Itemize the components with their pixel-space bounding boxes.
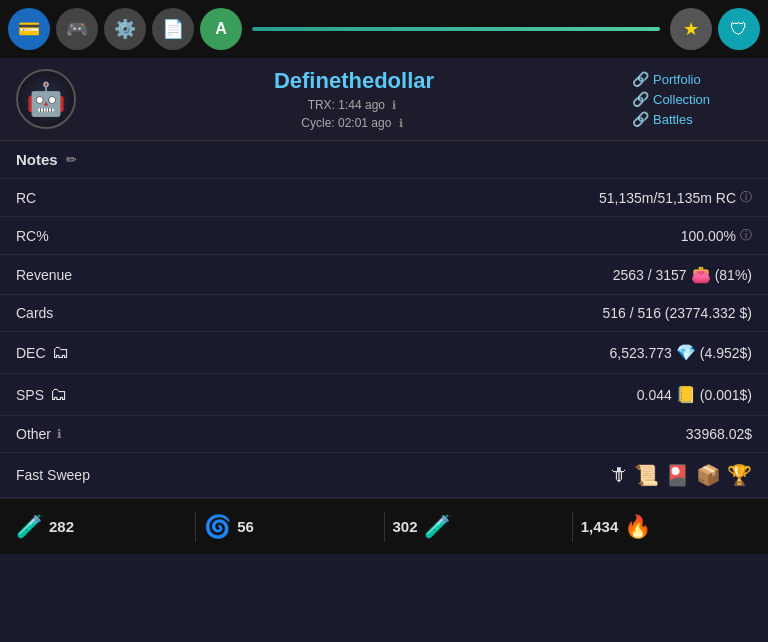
dec-label: DEC 🗂 [16, 342, 70, 363]
revenue-value: 2563 / 3157 👛 (81%) [613, 265, 752, 284]
avatar: 🤖 [16, 69, 76, 129]
bottom-stat-1-value: 282 [49, 518, 74, 535]
other-row: Other ℹ 33968.02$ [0, 416, 768, 453]
portfolio-link-icon: 🔗 [632, 71, 649, 87]
dec-value-text: 6,523.773 [610, 345, 672, 361]
divider-3 [572, 512, 573, 542]
fast-sweep-row: Fast Sweep 🗡 📜 🎴 📦 🏆 [0, 453, 768, 498]
dec-value: 6,523.773 💎 (4.952$) [610, 343, 752, 362]
fast-sweep-label: Fast Sweep [16, 467, 90, 483]
profile-cycle: Cycle: 02:01 ago ℹ [92, 116, 616, 130]
rcpct-help-icon[interactable]: ⓘ [740, 227, 752, 244]
revenue-value-text: 2563 / 3157 [613, 267, 687, 283]
sweep-icon-4[interactable]: 📦 [696, 463, 721, 487]
bottom-stat-3-value: 302 [393, 518, 418, 535]
profile-info: Definethedollar TRX: 1:44 ago ℹ Cycle: 0… [92, 68, 616, 130]
sps-wallet-icon[interactable]: 🗂 [50, 384, 68, 405]
swirl-icon: 🌀 [204, 514, 231, 540]
sps-usd: (0.001$) [700, 387, 752, 403]
collection-link-label: Collection [653, 92, 710, 107]
battles-link-icon: 🔗 [632, 111, 649, 127]
nav-controller-btn[interactable]: 🎮 [56, 8, 98, 50]
rcpct-label: RC% [16, 228, 49, 244]
bottom-stat-3: 302 🧪 [393, 514, 564, 540]
rc-value-text: 51,135m/51,135m RC [599, 190, 736, 206]
divider-1 [195, 512, 196, 542]
potion-blue-icon: 🧪 [16, 514, 43, 540]
dec-usd: (4.952$) [700, 345, 752, 361]
collection-link-icon: 🔗 [632, 91, 649, 107]
avatar-icon: 🤖 [26, 80, 66, 118]
sweep-icon-3[interactable]: 🎴 [665, 463, 690, 487]
battles-link[interactable]: 🔗 Battles [632, 111, 752, 127]
bottom-stat-2-value: 56 [237, 518, 254, 535]
bottom-stat-4-value: 1,434 [581, 518, 619, 535]
main-content: Notes ✏ RC 51,135m/51,135m RC ⓘ RC% 100.… [0, 141, 768, 498]
bottom-stat-2: 🌀 56 [204, 514, 375, 540]
cards-value-text: 516 / 516 (23774.332 $) [603, 305, 752, 321]
bottom-stat-4: 1,434 🔥 [581, 514, 752, 540]
bottom-stat-1: 🧪 282 [16, 514, 187, 540]
trx-info-icon[interactable]: ℹ [392, 99, 396, 111]
profile-links: 🔗 Portfolio 🔗 Collection 🔗 Battles [632, 71, 752, 127]
potion-red-icon: 🧪 [424, 514, 451, 540]
bottom-bar: 🧪 282 🌀 56 302 🧪 1,434 🔥 [0, 498, 768, 554]
sps-label: SPS 🗂 [16, 384, 68, 405]
sweep-icon-1[interactable]: 🗡 [608, 463, 628, 487]
divider-2 [384, 512, 385, 542]
notes-label: Notes [16, 151, 58, 168]
rc-row: RC 51,135m/51,135m RC ⓘ [0, 179, 768, 217]
revenue-pct: (81%) [715, 267, 752, 283]
rc-value: 51,135m/51,135m RC ⓘ [599, 189, 752, 206]
sweep-icon-2[interactable]: 📜 [634, 463, 659, 487]
nav-progress-bar [252, 27, 660, 31]
sweep-icon-5[interactable]: 🏆 [727, 463, 752, 487]
revenue-label: Revenue [16, 267, 72, 283]
profile-trx: TRX: 1:44 ago ℹ [92, 98, 616, 112]
other-info-icon[interactable]: ℹ [57, 427, 62, 441]
rc-label: RC [16, 190, 36, 206]
cycle-info-icon[interactable]: ℹ [399, 117, 403, 129]
dec-wallet-icon[interactable]: 🗂 [52, 342, 70, 363]
rcpct-value: 100.00% ⓘ [681, 227, 752, 244]
sps-token-icon: 📒 [676, 385, 696, 404]
collection-link[interactable]: 🔗 Collection [632, 91, 752, 107]
other-value: 33968.02$ [686, 426, 752, 442]
revenue-row: Revenue 2563 / 3157 👛 (81%) [0, 255, 768, 295]
notes-edit-icon[interactable]: ✏ [66, 152, 77, 167]
other-label: Other ℹ [16, 426, 62, 442]
sps-value: 0.044 📒 (0.001$) [637, 385, 752, 404]
dec-row: DEC 🗂 6,523.773 💎 (4.952$) [0, 332, 768, 374]
nav-gear-btn[interactable]: ⚙️ [104, 8, 146, 50]
sps-value-text: 0.044 [637, 387, 672, 403]
nav-doc-btn[interactable]: 📄 [152, 8, 194, 50]
cards-row: Cards 516 / 516 (23774.332 $) [0, 295, 768, 332]
dec-gem-icon: 💎 [676, 343, 696, 362]
rcpct-value-text: 100.00% [681, 228, 736, 244]
profile-username: Definethedollar [92, 68, 616, 94]
sps-row: SPS 🗂 0.044 📒 (0.001$) [0, 374, 768, 416]
battles-link-label: Battles [653, 112, 693, 127]
rcpct-row: RC% 100.00% ⓘ [0, 217, 768, 255]
portfolio-link-label: Portfolio [653, 72, 701, 87]
profile-section: 🤖 Definethedollar TRX: 1:44 ago ℹ Cycle:… [0, 58, 768, 141]
revenue-bag-icon: 👛 [691, 265, 711, 284]
nav-star-btn[interactable]: ★ [670, 8, 712, 50]
cards-label: Cards [16, 305, 53, 321]
sweep-icons: 🗡 📜 🎴 📦 🏆 [608, 463, 752, 487]
nav-wallet-btn[interactable]: 💳 [8, 8, 50, 50]
top-nav: 💳 🎮 ⚙️ 📄 A ★ 🛡 [0, 0, 768, 58]
notes-row: Notes ✏ [0, 141, 768, 179]
nav-shield-btn[interactable]: 🛡 [718, 8, 760, 50]
rc-help-icon[interactable]: ⓘ [740, 189, 752, 206]
portfolio-link[interactable]: 🔗 Portfolio [632, 71, 752, 87]
other-value-text: 33968.02$ [686, 426, 752, 442]
cards-value: 516 / 516 (23774.332 $) [603, 305, 752, 321]
fire-trophy-icon: 🔥 [624, 514, 651, 540]
nav-profile-btn[interactable]: A [200, 8, 242, 50]
